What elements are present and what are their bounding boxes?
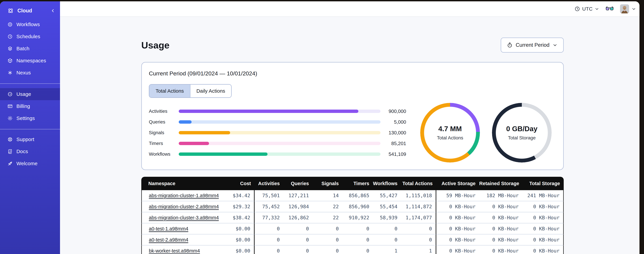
chevron-down-icon [594, 6, 599, 11]
stopwatch-icon [507, 42, 512, 48]
table-cell: 127,211 [284, 190, 312, 201]
sidebar-item-schedules[interactable]: Schedules [0, 30, 60, 42]
docs-book-icon [8, 149, 13, 154]
table-cell: 182 MB-Hour [479, 190, 522, 201]
table-row: bk-worker-test.a98mm4$0.000000110 KB-Hou… [141, 246, 564, 254]
namespace-link[interactable]: a0-test-2.a98mm4 [149, 237, 188, 243]
usage-bar-label: Queries [149, 119, 179, 125]
brand-label: Cloud [18, 8, 50, 14]
nexus-asterisk-icon [8, 70, 13, 76]
table-row: abs-migration-cluster-3.a98mm4$38.4277,3… [141, 212, 564, 223]
table-cell: 0 [312, 234, 342, 246]
account-menu[interactable] [620, 4, 636, 14]
usage-bar-row: Queries5,000 [149, 120, 406, 124]
namespaces-cube-icon [8, 58, 13, 63]
usage-bar-fill [179, 152, 268, 156]
usage-bar-row: Workflows541,109 [149, 152, 406, 156]
total-actions-label: Total Actions [437, 135, 463, 140]
column-header-queries: Queries [284, 177, 312, 190]
namespace-link[interactable]: abs-migration-cluster-2.a98mm4 [149, 204, 219, 210]
sidebar-nav-help: Support Docs [0, 133, 60, 170]
total-actions-donut: 4.7 MM Total Actions [420, 103, 480, 162]
tab-daily-actions[interactable]: Daily Actions [190, 84, 231, 97]
table-cell: 0 KB-Hour [436, 212, 479, 223]
sidebar-item-welcome[interactable]: Welcome [0, 158, 60, 170]
table-cell: 0 KB-Hour [522, 201, 564, 212]
table-cell: abs-migration-cluster-1.a98mm4 [141, 190, 214, 201]
timezone-selector[interactable]: UTC [574, 6, 599, 12]
total-storage-label: Total Storage [508, 135, 536, 140]
table-cell: 0 KB-Hour [522, 246, 564, 254]
sidebar-item-support[interactable]: Support [0, 133, 60, 146]
usage-bar-track [179, 142, 380, 145]
table-cell: 0 KB-Hour [479, 223, 522, 234]
table-cell: 0 [284, 246, 312, 254]
usage-bar-track [179, 152, 380, 156]
table-cell: 0 [312, 246, 342, 254]
sidebar-item-billing[interactable]: Billing [0, 100, 60, 112]
sidebar-item-docs[interactable]: Docs [0, 146, 60, 158]
table-cell: 0 KB-Hour [479, 212, 522, 223]
table-row: abs-migration-cluster-1.a98mm4$34.4275,5… [141, 190, 564, 201]
sidebar-item-settings[interactable]: Settings [0, 112, 60, 124]
table-cell: 0 [401, 223, 436, 234]
namespace-link[interactable]: bk-worker-test.a98mm4 [149, 248, 200, 254]
namespace-link[interactable]: abs-migration-cluster-3.a98mm4 [149, 215, 219, 221]
sidebar-item-nexus[interactable]: Nexus [0, 67, 60, 79]
table-cell: 0 KB-Hour [522, 223, 564, 234]
tab-total-actions[interactable]: Total Actions [149, 84, 190, 97]
namespace-link[interactable]: abs-migration-cluster-1.a98mm4 [149, 193, 219, 199]
table-cell: 0 KB-Hour [436, 234, 479, 246]
table-cell: 0 [373, 234, 401, 246]
table-cell: bk-worker-test.a98mm4 [141, 246, 214, 254]
table-cell: 0 [254, 223, 284, 234]
column-header-namespace: Namespace [141, 177, 214, 190]
main-content: Usage Current Period Current Period (09/… [60, 17, 640, 254]
table-cell: 55,454 [373, 201, 401, 212]
table-cell: 1,174,077 [401, 212, 436, 223]
table-cell: $0.00 [214, 234, 254, 246]
table-cell: 0 KB-Hour [436, 201, 479, 212]
table-cell: 0 [342, 223, 373, 234]
column-header-active-storage: Active Storage [436, 177, 479, 190]
clock-icon [574, 6, 580, 12]
table-cell: 0 KB-Hour [479, 234, 522, 246]
glasses-icon[interactable] [606, 6, 614, 12]
usage-bar-value: 85,201 [380, 141, 406, 146]
column-header-workflows: Workflows [373, 177, 401, 190]
timezone-label: UTC [582, 6, 592, 12]
column-header-signals: Signals [312, 177, 342, 190]
usage-bar-label: Signals [149, 130, 179, 136]
table-cell: 1 [401, 246, 436, 254]
table-cell: $38.42 [214, 212, 254, 223]
sidebar-item-workflows[interactable]: Workflows [0, 18, 60, 30]
table-cell: 126,984 [284, 201, 312, 212]
table-cell: 0 KB-Hour [479, 201, 522, 212]
temporal-logo-icon [8, 8, 14, 14]
window-scrollbar[interactable] [640, 0, 644, 254]
support-lifebuoy-icon [8, 137, 13, 142]
table-cell: 0 KB-Hour [522, 212, 564, 223]
total-actions-value: 4.7 MM [438, 125, 462, 133]
welcome-rocket-icon [8, 161, 13, 166]
usage-bar-track [179, 131, 380, 134]
column-header-retained-storage: Retained Storage [479, 177, 522, 190]
period-selector-button[interactable]: Current Period [501, 38, 564, 52]
table-cell: a0-test-1.a98mm4 [141, 223, 214, 234]
total-storage-value: 0 GB/Day [506, 125, 538, 133]
usage-donuts: 4.7 MM Total Actions 0 GB/Day Total Stor… [420, 103, 552, 162]
table-cell: 0 [284, 234, 312, 246]
namespace-link[interactable]: a0-test-1.a98mm4 [149, 226, 188, 232]
sidebar-collapse-icon[interactable] [50, 8, 55, 13]
sidebar-divider-2 [0, 129, 60, 129]
table-cell: $0.00 [214, 246, 254, 254]
sidebar-item-namespaces[interactable]: Namespaces [0, 54, 60, 67]
table-cell: 0 [312, 223, 342, 234]
table-cell: abs-migration-cluster-2.a98mm4 [141, 201, 214, 212]
table-cell: $0.00 [214, 223, 254, 234]
sidebar-item-batch[interactable]: Batch [0, 42, 60, 54]
usage-bar-value: 900,000 [380, 108, 406, 114]
table-cell: 0 [284, 223, 312, 234]
sidebar-item-usage[interactable]: Usage [0, 88, 60, 100]
sidebar: Cloud Workflows Schedul [0, 1, 60, 254]
